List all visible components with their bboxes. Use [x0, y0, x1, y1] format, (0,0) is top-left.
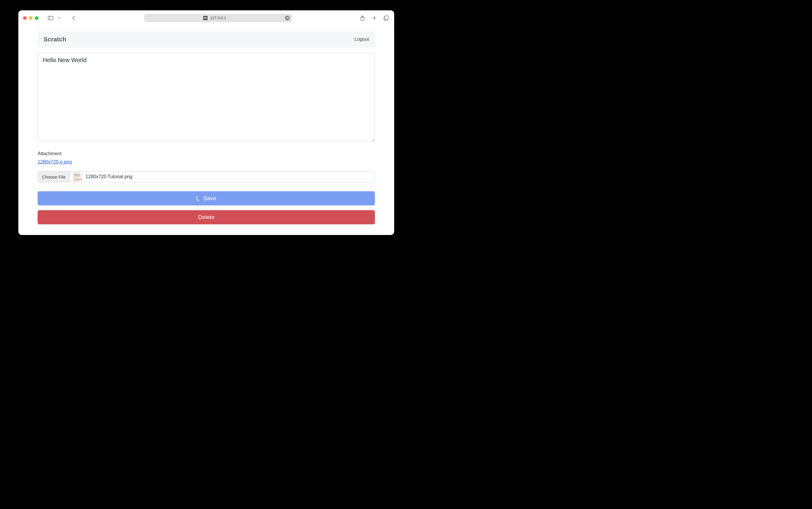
choose-file-button[interactable]: Choose File [38, 171, 70, 182]
svg-rect-12 [385, 16, 388, 19]
page-menu-icon[interactable]: ••• [285, 16, 290, 21]
file-thumbnail-icon [73, 172, 83, 182]
attachment-link[interactable]: 1280x720-o.png [38, 159, 72, 165]
toolbar-right-group [359, 15, 389, 21]
address-text: 127.0.0.1 [210, 16, 226, 20]
toolbar-left-group [48, 15, 77, 21]
chevron-down-icon[interactable] [56, 15, 63, 21]
svg-point-6 [205, 18, 206, 19]
svg-point-7 [206, 18, 207, 18]
app-title: Scratch [43, 36, 66, 43]
address-bar-container: 127.0.0.1 ••• [80, 14, 356, 22]
save-button-label: Save [203, 195, 216, 202]
window-controls [23, 16, 38, 20]
tabs-overview-icon[interactable] [383, 15, 389, 21]
sidebar-toggle-icon[interactable] [48, 15, 54, 21]
safari-window: 127.0.0.1 ••• Scratch Logout Attachment … [18, 10, 394, 235]
page-content: Scratch Logout Attachment 1280x720-o.png… [18, 26, 394, 233]
minimize-window-button[interactable] [29, 16, 33, 20]
attachment-label: Attachment [38, 151, 375, 156]
app-header: Scratch Logout [38, 31, 375, 47]
back-button-icon[interactable] [70, 15, 77, 21]
address-bar[interactable]: 127.0.0.1 ••• [144, 14, 292, 22]
svg-rect-0 [48, 16, 53, 20]
site-settings-icon[interactable] [203, 16, 208, 20]
logout-link[interactable]: Logout [354, 37, 369, 42]
save-button[interactable]: Save [38, 191, 375, 205]
delete-button-label: Delete [198, 214, 215, 220]
maximize-window-button[interactable] [35, 16, 38, 20]
delete-button[interactable]: Delete [38, 210, 375, 224]
close-window-button[interactable] [23, 16, 27, 20]
selected-filename: 1280x720 Tutorial.png [86, 174, 132, 179]
share-icon[interactable] [359, 15, 366, 21]
loading-spinner-icon [196, 195, 202, 202]
new-tab-icon[interactable] [371, 15, 378, 21]
svg-point-5 [204, 17, 205, 18]
file-input-row: Choose File 1280x720 Tutorial.png [38, 171, 375, 182]
browser-titlebar: 127.0.0.1 ••• [18, 10, 394, 26]
note-textarea[interactable] [38, 53, 375, 142]
